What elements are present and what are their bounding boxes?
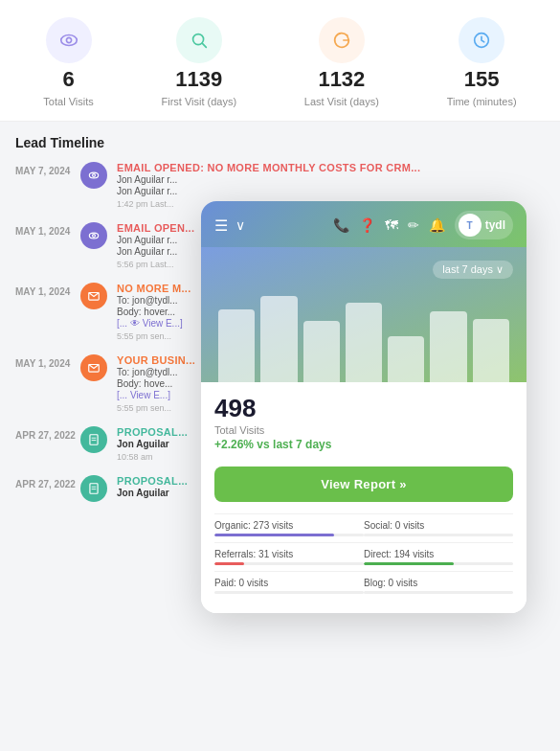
- svg-line-3: [202, 43, 206, 47]
- event-title: EMAIL OPENED: NO MORE MONTHLY COSTS FOR …: [117, 162, 545, 173]
- timeline-dot-teal: [80, 475, 107, 502]
- first-visit-value: 1139: [175, 67, 222, 92]
- svg-point-5: [89, 172, 98, 178]
- chart-header: last 7 days ∨: [214, 261, 513, 279]
- total-visits-label: Total Visits: [43, 96, 93, 107]
- refresh-icon: [331, 30, 352, 51]
- timeline-date: MAY 1, 2024: [15, 222, 80, 237]
- tydl-badge[interactable]: T tydl: [455, 211, 513, 239]
- card-stats: 498 Total Visits +2.26% vs last 7 days: [201, 382, 526, 459]
- total-visits-value: 498: [214, 394, 513, 423]
- overlay-card: ☰ ∨ 📞 ❓ 🗺 ✏ 🔔 T tydl last 7 days ∨ 498: [201, 201, 526, 613]
- chart-bar: [218, 309, 255, 382]
- chart-bar: [430, 311, 466, 382]
- chart-container: last 7 days ∨: [201, 247, 526, 382]
- traffic-grid: Organic: 273 visits Social: 0 visits Ref…: [201, 513, 526, 613]
- svg-point-1: [66, 37, 71, 42]
- traffic-bar-wrap: [364, 534, 513, 536]
- traffic-label: Direct: 194 visits: [364, 549, 513, 559]
- timeline-dot-orange: [80, 283, 107, 309]
- traffic-bar-wrap: [214, 562, 364, 565]
- chart-bar: [303, 321, 340, 382]
- svg-rect-14: [90, 484, 98, 494]
- last-visit-icon-wrap: [319, 17, 365, 63]
- eye-small-icon: [87, 229, 101, 242]
- traffic-bar-wrap: [214, 534, 364, 536]
- help-icon[interactable]: ❓: [359, 217, 375, 233]
- section-title: Lead Timeline: [15, 135, 545, 150]
- stats-bar: 6 Total Visits 1139 First Visit (days) 1…: [0, 0, 560, 122]
- traffic-item: Paid: 0 visits: [214, 571, 364, 600]
- timeline-date: MAY 7, 2024: [15, 162, 80, 176]
- chart-bar: [346, 303, 382, 382]
- traffic-bar-wrap: [364, 591, 513, 594]
- email-icon: [87, 289, 101, 303]
- timeline-date: MAY 1, 2024: [15, 283, 80, 297]
- eye-icon: [58, 30, 79, 51]
- traffic-item: Social: 0 visits: [364, 513, 513, 542]
- user-avatar: T: [459, 214, 482, 237]
- stat-last-visit: 1132 Last Visit (days): [304, 17, 379, 107]
- bell-icon[interactable]: 🔔: [429, 217, 445, 233]
- last-visit-value: 1132: [318, 67, 365, 92]
- map-icon[interactable]: 🗺: [385, 217, 398, 233]
- traffic-bar-wrap: [214, 591, 364, 594]
- timeline-date: APR 27, 2022: [15, 426, 80, 441]
- svg-point-6: [93, 174, 96, 177]
- timeline-dot-purple: [80, 162, 107, 189]
- first-visit-icon-wrap: [176, 17, 222, 63]
- stat-first-visit: 1139 First Visit (days): [161, 17, 236, 107]
- chart-bar-area: [214, 286, 513, 382]
- event-sub1: Jon Aguilar r...: [117, 174, 545, 185]
- first-visit-label: First Visit (days): [161, 96, 236, 107]
- clock-icon: [471, 30, 492, 51]
- topbar-left: ☰ ∨: [214, 216, 245, 235]
- traffic-item: Direct: 194 visits: [364, 542, 513, 571]
- view-report-button[interactable]: View Report »: [214, 467, 513, 502]
- timeline-date: MAY 1, 2024: [15, 354, 80, 369]
- svg-rect-11: [90, 435, 98, 445]
- traffic-bar-wrap: [364, 562, 513, 565]
- overlay-topbar: ☰ ∨ 📞 ❓ 🗺 ✏ 🔔 T tydl: [201, 201, 526, 247]
- timeline-dot-teal: [80, 426, 107, 453]
- traffic-label: Social: 0 visits: [364, 520, 513, 531]
- timeline-dot-purple: [80, 222, 107, 249]
- traffic-label: Blog: 0 visits: [364, 578, 513, 588]
- eye-small-icon: [87, 169, 101, 182]
- time-minutes-label: Time (minutes): [447, 96, 517, 107]
- traffic-item: Referrals: 31 visits: [214, 542, 364, 571]
- time-minutes-value: 155: [464, 67, 500, 92]
- svg-point-7: [89, 233, 98, 239]
- document-icon: [87, 433, 101, 446]
- svg-point-8: [93, 235, 96, 238]
- chart-bar: [473, 319, 509, 382]
- traffic-bar-fill: [214, 534, 334, 536]
- last-visit-label: Last Visit (days): [304, 96, 379, 107]
- chart-bar: [388, 336, 424, 382]
- timeline-date: APR 27, 2022: [15, 475, 80, 489]
- period-label: last 7 days ∨: [442, 263, 504, 276]
- document-icon: [87, 482, 101, 495]
- email-icon: [87, 361, 101, 375]
- timeline-dot-orange: [80, 354, 107, 381]
- view-link-text[interactable]: [... View E...]: [117, 390, 170, 400]
- traffic-item: Blog: 0 visits: [364, 571, 513, 600]
- traffic-item: Organic: 273 visits: [214, 513, 364, 542]
- total-visits-value: 6: [62, 67, 74, 92]
- svg-point-0: [60, 35, 77, 46]
- chevron-down-icon[interactable]: ∨: [235, 217, 245, 233]
- chart-period-selector[interactable]: last 7 days ∨: [433, 261, 513, 279]
- traffic-bar-fill: [214, 562, 244, 565]
- total-visits-label: Total Visits: [214, 424, 513, 436]
- traffic-label: Paid: 0 visits: [214, 578, 364, 588]
- chart-bar: [260, 296, 297, 382]
- brand-label: tydl: [485, 218, 505, 232]
- stat-time-minutes: 155 Time (minutes): [447, 17, 517, 107]
- phone-icon[interactable]: 📞: [333, 217, 349, 233]
- search-icon: [189, 30, 210, 51]
- edit-icon[interactable]: ✏: [408, 217, 419, 233]
- hamburger-icon[interactable]: ☰: [214, 216, 228, 235]
- view-link-text[interactable]: [... 👁 View E...]: [117, 318, 183, 329]
- change-indicator: +2.26% vs last 7 days: [214, 438, 513, 451]
- topbar-icons: 📞 ❓ 🗺 ✏ 🔔 T tydl: [333, 211, 513, 239]
